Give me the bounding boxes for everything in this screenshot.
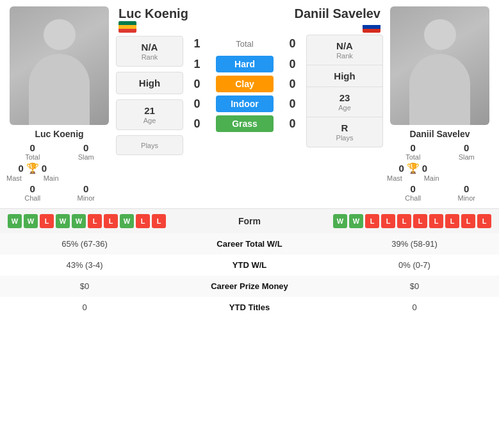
sbt-center-0: Career Total W/L <box>161 239 338 249</box>
clay-badge: Clay <box>216 76 274 92</box>
tc-right: N/A Rank High 23 Age R Plays <box>306 35 383 202</box>
surface-rows: 1 Hard 0 0 Clay 0 0 Indo <box>186 56 304 132</box>
sbt-right-1: 0% (0-7) <box>338 260 491 270</box>
right-level-item: High <box>307 65 382 87</box>
stats-row-3: 0YTD Titles0 <box>0 297 499 318</box>
left-rank-box: N/A Rank <box>116 36 183 67</box>
left-form-badge-l: L <box>40 214 54 228</box>
left-total-val: 0 Total <box>6 142 59 161</box>
sbt-left-0: 65% (67-36) <box>8 239 161 249</box>
right-form-badge-w: W <box>333 214 347 228</box>
left-player-stats-grid: 0 Total 0 Slam 0 🏆 0 Mast Main <box>6 142 112 202</box>
right-player-name: Daniil Savelev <box>409 129 470 139</box>
hard-badge: Hard <box>216 56 274 72</box>
sbt-left-1: 43% (3-4) <box>8 260 161 270</box>
left-player-head-silhouette <box>44 19 76 50</box>
left-form-badge-w: W <box>72 214 86 228</box>
right-stacked-boxes: N/A Rank High 23 Age R Plays <box>306 35 383 147</box>
form-label: Form <box>224 216 275 226</box>
right-trophy-icon: 🏆 <box>407 162 420 174</box>
right-player-stats-grid: 0 Total 0 Slam 0 🏆 0 Mast Main <box>387 142 493 202</box>
right-form-badge-w: W <box>349 214 363 228</box>
sbt-left-3: 0 <box>8 303 161 312</box>
left-mast-val: 0 🏆 0 Mast Main <box>6 162 59 182</box>
left-player-photo <box>10 6 109 125</box>
left-form-badge-w: W <box>8 214 22 228</box>
left-form-badge-w: W <box>56 214 70 228</box>
right-slam-val: 0 Slam <box>441 142 493 161</box>
right-minor-val: 0 Minor <box>441 183 493 202</box>
right-player-photo <box>390 6 489 125</box>
right-form-badge-l: L <box>397 214 411 228</box>
left-trophy-icon: 🏆 <box>26 162 39 174</box>
left-plays-box: Plays <box>116 135 183 155</box>
sbt-center-3: YTD Titles <box>161 303 338 312</box>
left-form-badge-l: L <box>104 214 118 228</box>
right-form-badge-l: L <box>477 214 491 228</box>
left-player-block: Luc Koenig 0 Total 0 Slam 0 🏆 0 <box>6 6 112 202</box>
right-form-badge-l: L <box>445 214 459 228</box>
form-line: WWLWWLLWLL Form WWLLLLLLLL <box>0 208 499 233</box>
sbt-right-2: $0 <box>338 281 491 291</box>
left-form-badge-w: W <box>24 214 38 228</box>
indoor-row: 0 Indoor 0 <box>186 95 304 112</box>
left-form-badge-l: L <box>152 214 166 228</box>
right-form-badge-l: L <box>413 214 427 228</box>
right-mast-val: 0 🏆 0 Mast Main <box>387 162 439 182</box>
triple-col: N/A Rank High 21 Age Plays <box>116 35 383 202</box>
sbt-center-1: YTD W/L <box>161 260 338 270</box>
sbt-right-3: 0 <box>338 303 491 312</box>
left-form-badges: WWLWWLLWLL <box>8 214 166 228</box>
right-form-badge-l: L <box>381 214 395 228</box>
left-level-box: High <box>116 72 183 94</box>
left-flag <box>119 21 188 35</box>
right-plays-item: R Plays <box>307 117 382 147</box>
center-block: Luc Koenig Daniil Savelev N/A <box>116 6 383 202</box>
right-player-block: Daniil Savelev 0 Total 0 Slam 0 🏆 0 <box>387 6 493 202</box>
right-total-val: 0 Total <box>387 142 439 161</box>
top-player-row: Luc Koenig 0 Total 0 Slam 0 🏆 0 <box>0 0 499 208</box>
left-player-body-silhouette <box>29 54 90 125</box>
right-flag <box>294 21 380 33</box>
hard-row: 1 Hard 0 <box>186 56 304 72</box>
right-form-badge-l: L <box>461 214 475 228</box>
stats-row-1: 43% (3-4)YTD W/L0% (0-7) <box>0 254 499 276</box>
right-age-item: 23 Age <box>307 87 382 117</box>
left-chall-val: 0 Chall <box>6 183 59 202</box>
left-name-center: Luc Koenig <box>119 6 188 35</box>
total-row: 1 Total 0 <box>186 35 304 53</box>
left-form-badge-w: W <box>120 214 134 228</box>
left-age-box: 21 Age <box>116 99 183 130</box>
sbt-right-0: 39% (58-91) <box>338 239 491 249</box>
main-wrapper: Luc Koenig 0 Total 0 Slam 0 🏆 0 <box>0 0 499 318</box>
grass-badge: Grass <box>216 115 274 132</box>
right-chall-val: 0 Chall <box>387 183 439 202</box>
clay-row: 0 Clay 0 <box>186 76 304 92</box>
right-rank-item: N/A Rank <box>307 35 382 65</box>
stats-row-0: 65% (67-36)Career Total W/L39% (58-91) <box>0 233 499 254</box>
right-form-badge-l: L <box>429 214 443 228</box>
sbt-center-2: Career Prize Money <box>161 281 338 291</box>
cb-top: Luc Koenig Daniil Savelev <box>116 6 383 35</box>
right-player-body-silhouette <box>409 54 470 125</box>
right-form-badges: WWLLLLLLLL <box>333 214 491 228</box>
indoor-badge: Indoor <box>216 95 274 112</box>
grass-row: 0 Grass 0 <box>186 115 304 132</box>
stats-row-2: $0Career Prize Money$0 <box>0 276 499 297</box>
sbt-left-2: $0 <box>8 281 161 291</box>
left-slam-val: 0 Slam <box>60 142 113 161</box>
tc-center: 1 Total 0 1 Hard 0 0 <box>186 35 304 202</box>
right-player-head-silhouette <box>424 19 456 50</box>
tc-left: N/A Rank High 21 Age Plays <box>116 35 183 202</box>
right-name-center: Daniil Savelev <box>294 6 380 33</box>
left-minor-val: 0 Minor <box>60 183 113 202</box>
left-player-name: Luc Koenig <box>35 129 83 139</box>
stats-bottom-table: 65% (67-36)Career Total W/L39% (58-91)43… <box>0 233 499 318</box>
left-form-badge-l: L <box>88 214 102 228</box>
right-form-badge-l: L <box>365 214 379 228</box>
left-form-badge-l: L <box>136 214 150 228</box>
